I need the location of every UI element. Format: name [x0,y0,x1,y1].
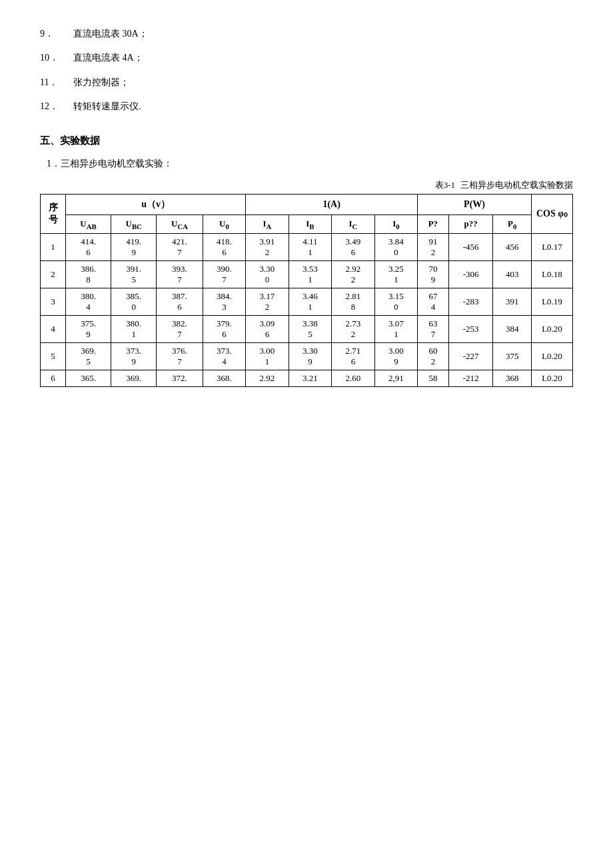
cell-p2: -212 [448,370,493,387]
cell-ubc: 419.9 [111,234,157,261]
header-ia: IA [246,215,289,234]
header-p2: p?? [448,215,493,234]
cell-ib: 3.21 [289,370,331,387]
table-row: 3380.4385.0387.6384.33.1723.4612.8183.15… [41,288,573,316]
list-num-10: 10． [40,51,67,65]
header-ic: IC [332,215,374,234]
cell-cos: L0.18 [532,261,573,288]
cell-p2: -227 [448,343,493,370]
cell-i0: 2,91 [374,370,417,387]
cell-uca: 387.6 [157,288,203,316]
cell-uab: 380.4 [66,288,111,316]
cell-ib: 3.309 [289,343,331,370]
header-p1: P? [418,215,449,234]
list-section: 9． 直流电流表 30A； 10． 直流电流表 4A； 11． 张力控制器； 1… [40,27,573,115]
cell-i0: 3.009 [374,343,417,370]
cell-ic: 2.818 [332,288,374,316]
header-uca: UCA [157,215,203,234]
header-p0: P0 [493,215,532,234]
cell-i0: 3.251 [374,261,417,288]
cell-cos: L0.20 [532,343,573,370]
list-text-11: 张力控制器； [73,75,129,90]
cell-uab: 375.9 [66,316,111,343]
header-uab: UAB [66,215,111,234]
list-text-12: 转矩转速显示仪. [73,99,141,114]
cell-ib: 4.111 [289,234,331,261]
cell-cos: L0.20 [532,370,573,387]
cell-ic: 2.716 [332,343,374,370]
table-row: 5369.5373.9376.7373.43.0013.3092.7163.00… [41,343,573,370]
header-ubc: UBC [111,215,157,234]
cell-cos: L0.17 [532,234,573,261]
cell-ic: 3.496 [332,234,374,261]
table-caption-num: 表3-1 [435,179,455,191]
cell-uab: 414.6 [66,234,111,261]
section-title: 五、实验数据 [40,135,573,147]
cell-ia: 3.001 [246,343,289,370]
cell-p1: 674 [418,288,449,316]
list-text-9: 直流电流表 30A； [73,27,148,41]
cell-ubc: 391.5 [111,261,157,288]
cell-p0: 384 [493,316,532,343]
cell-ia: 2.92 [246,370,289,387]
cell-uca: 382.7 [157,316,203,343]
cell-p1: 58 [418,370,449,387]
cell-cos: L0.20 [532,316,573,343]
cell-ubc: 380.1 [111,316,157,343]
cell-ic: 2.732 [332,316,374,343]
cell-ib: 3.385 [289,316,331,343]
table-row: 4375.9380.1382.7379.63.0963.3852.7323.07… [41,316,573,343]
header-cos: COS φ₀ [532,194,573,234]
header-i0: I0 [374,215,417,234]
header-ib: IB [289,215,331,234]
cell-u0: 373.4 [203,343,245,370]
cell-p0: 375 [493,343,532,370]
cell-seq: 1 [41,234,66,261]
cell-p2: -306 [448,261,493,288]
cell-p2: -456 [448,234,493,261]
cell-p1: 912 [418,234,449,261]
cell-uab: 365. [66,370,111,387]
cell-uca: 372. [157,370,203,387]
list-num-9: 9． [40,27,67,41]
cell-uca: 421.7 [157,234,203,261]
cell-ia: 3.172 [246,288,289,316]
list-num-11: 11． [40,75,67,90]
cell-i0: 3.840 [374,234,417,261]
header-i: 1(A) [246,194,418,215]
table-caption-text: 三相异步电动机空载实验数据 [460,179,573,191]
list-num-12: 12． [40,99,67,114]
table-caption-row: 表3-1 三相异步电动机空载实验数据 [40,179,573,191]
cell-uab: 369.5 [66,343,111,370]
cell-ic: 2.60 [332,370,374,387]
cell-cos: L0.19 [532,288,573,316]
header-u: u（v） [66,194,246,215]
list-item-11: 11． 张力控制器； [40,75,573,90]
header-main-row: 序号 u（v） 1(A) P(W) COS φ₀ [41,194,573,215]
cell-p0: 403 [493,261,532,288]
header-sub-row: UAB UBC UCA U0 IA IB IC I0 P? p?? P0 [41,215,573,234]
cell-u0: 379.6 [203,316,245,343]
table-body: 1414.6419.9421.7418.63.9124.1113.4963.84… [41,234,573,387]
cell-p1: 709 [418,261,449,288]
sub-title: 1．三相异步电动机空载实验： [47,158,573,170]
cell-ib: 3.461 [289,288,331,316]
cell-ic: 2.922 [332,261,374,288]
cell-p0: 456 [493,234,532,261]
list-item-9: 9． 直流电流表 30A； [40,27,573,41]
table-row: 1414.6419.9421.7418.63.9124.1113.4963.84… [41,234,573,261]
cell-uca: 393.7 [157,261,203,288]
list-item-10: 10． 直流电流表 4A； [40,51,573,65]
cell-uca: 376.7 [157,343,203,370]
cell-p0: 391 [493,288,532,316]
list-text-10: 直流电流表 4A； [73,51,143,65]
header-p: P(W) [418,194,532,215]
cell-i0: 3.071 [374,316,417,343]
cell-uab: 386.8 [66,261,111,288]
cell-seq: 6 [41,370,66,387]
cell-u0: 418.6 [203,234,245,261]
cell-u0: 390.7 [203,261,245,288]
list-item-12: 12． 转矩转速显示仪. [40,99,573,114]
cell-u0: 368. [203,370,245,387]
cell-p1: 637 [418,316,449,343]
